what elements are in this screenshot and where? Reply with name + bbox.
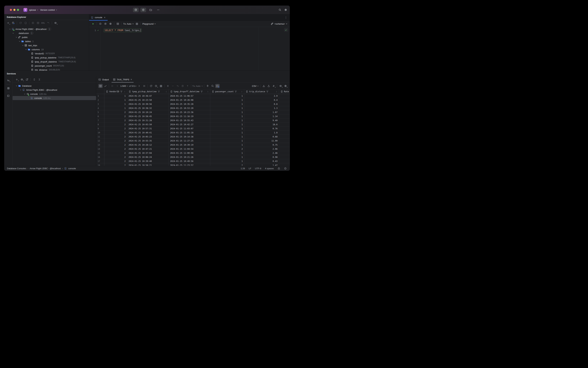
find-button[interactable] [210, 84, 215, 88]
grid-cell[interactable]: 1 [210, 114, 244, 118]
new-datasource-button[interactable] [6, 21, 10, 25]
grid-cell[interactable]: 0.8 [244, 102, 279, 106]
notifications-bell-icon[interactable] [284, 167, 287, 170]
grid-cell[interactable]: 9.49 [244, 119, 279, 122]
tx-tool-button[interactable]: Tx [6, 79, 10, 83]
grid-cell[interactable]: 1 [104, 131, 127, 135]
grid-row[interactable]: 922024-01-25 10:57:312024-01-25 11:03:07… [96, 127, 290, 131]
grid-cell[interactable]: 2024-01-25 10:05:23 [127, 135, 169, 139]
navigate-to-ddl-button[interactable] [46, 21, 50, 25]
refresh-button[interactable] [18, 21, 23, 25]
grid-cell[interactable] [279, 155, 290, 159]
editor-canvas[interactable]: 1 ✔ SELECT * FROM taxi_trips; ✔ [89, 27, 290, 71]
grid-row[interactable]: 1322024-01-25 10:28:122024-01-25 10:39:1… [96, 143, 290, 147]
run-profile-button[interactable] [140, 8, 146, 12]
stop-query-button[interactable] [159, 84, 163, 88]
close-tab-icon[interactable]: ✕ [130, 78, 132, 81]
project-menu[interactable]: spiceai [29, 9, 38, 11]
grid-cell[interactable]: 2 [104, 163, 127, 166]
tree-item-console[interactable]: console126 ms [13, 96, 96, 100]
compare-button[interactable] [271, 84, 276, 88]
grid-cell[interactable]: 2024-01-25 10:21:26 [169, 155, 210, 159]
grid-cell[interactable]: 2 [210, 163, 244, 166]
tree-item-datafusion[interactable]: datafusion1 [4, 31, 89, 35]
grid-cell[interactable]: 0.43 [244, 159, 279, 163]
tx-mode-select[interactable]: Tx: Auto [123, 23, 134, 25]
grid-view-options-button[interactable] [278, 84, 283, 88]
grid-cell[interactable]: 1 [210, 98, 244, 102]
grid-cell[interactable]: 2024-01-25 11:27:25 [169, 139, 210, 143]
grid-cell[interactable] [279, 135, 290, 139]
tree-item-tpep-pickup-datetime[interactable]: tpep_pickup_datetimeTIMESTAMP(26,6) [4, 55, 89, 60]
schema-select[interactable]: <schema> [271, 22, 287, 25]
grid-row[interactable]: 1422024-01-25 10:47:212024-01-25 11:04:5… [96, 147, 290, 151]
filter-funnel-icon[interactable] [266, 90, 269, 93]
zoom-window-button[interactable] [17, 9, 19, 11]
page-range-select[interactable]: 1-500 [120, 85, 128, 87]
grid-cell[interactable]: 2 [104, 122, 127, 126]
sort-icon[interactable] [207, 91, 209, 93]
import-button[interactable] [262, 84, 266, 88]
grid-cell[interactable]: 2 [104, 119, 127, 122]
grid-cell[interactable] [279, 131, 290, 135]
table-view-button[interactable] [98, 84, 103, 88]
grid-cell[interactable]: 2024-01-25 11:23:57 [169, 163, 210, 166]
grid-cell[interactable]: 2 [210, 147, 244, 151]
grid-cell[interactable]: 1 [104, 106, 127, 110]
grid-cell[interactable]: 1 [210, 102, 244, 106]
grid-cell[interactable] [279, 143, 290, 147]
grid-cell[interactable]: 2 [104, 155, 127, 159]
grid-cell[interactable]: 2024-01-25 10:39:40 [127, 159, 169, 163]
grid-cell[interactable] [279, 94, 290, 98]
grid-row[interactable]: 722024-01-25 10:31:282024-01-25 10:55:43… [96, 119, 290, 122]
inspections-ok-check-icon[interactable]: ✔ [284, 28, 288, 32]
grid-cell[interactable]: 2 [104, 139, 127, 143]
grid-cell[interactable]: 2024-01-25 10:58:21 [127, 163, 169, 166]
grid-cell[interactable]: 2024-01-25 10:42:27 [169, 122, 210, 126]
grid-cell[interactable] [279, 122, 290, 126]
tab-output[interactable]: Output [96, 76, 111, 83]
filter-row-button[interactable] [215, 84, 220, 88]
grid-cell[interactable]: 2024-01-25 10:53:20 [169, 106, 210, 110]
grid-cell[interactable]: 2024-01-25 10:58:45 [127, 114, 169, 118]
grid-cell[interactable]: 2.06 [244, 147, 279, 151]
grid-cell[interactable]: 2 [104, 135, 127, 139]
grid-cell[interactable] [279, 139, 290, 143]
tree-item-trip-distance[interactable]: trip_distanceDOUBLE(0) [4, 68, 89, 71]
tree-item-database[interactable]: Database [13, 84, 96, 88]
grid-settings-button[interactable] [283, 84, 288, 88]
grid-row[interactable]: 522024-01-25 10:10:242024-01-25 10:23:36… [96, 110, 290, 114]
grid-cell[interactable]: 2024-01-25 10:03:50 [127, 122, 169, 126]
grid-cell[interactable]: 1 [210, 159, 244, 163]
tree-item-arrow-flight-jdbc-localhost[interactable]: Arrow Flight JDBC - @localhost1 [4, 27, 89, 31]
grid-cell[interactable]: 2024-01-25 10:10:24 [127, 110, 169, 114]
grid-cell[interactable]: 18.6 [244, 122, 279, 126]
column-header-trip_distance[interactable]: trip_distance [244, 89, 279, 94]
grid-cell[interactable]: 0.76 [244, 127, 279, 130]
grid-cell[interactable]: 2 [104, 110, 127, 114]
execute-button[interactable] [91, 22, 95, 26]
view-options-button[interactable] [53, 21, 58, 25]
grid-cell[interactable] [279, 102, 290, 106]
grid-cell[interactable]: 0.98 [244, 155, 279, 159]
caret-position[interactable]: 1:26 [241, 167, 245, 170]
grid-row[interactable]: 622024-01-25 10:58:452024-01-25 11:16:19… [96, 114, 290, 119]
breadcrumb-item[interactable]: console [68, 167, 76, 170]
grid-cell[interactable]: 2024-01-25 10:40:41 [127, 131, 169, 135]
grid-cell[interactable]: 2024-01-25 11:16:19 [169, 114, 210, 118]
grid-cell[interactable]: 1.3 [244, 106, 279, 110]
last-page-button[interactable] [142, 84, 146, 88]
sort-icon[interactable] [165, 91, 167, 93]
grid-cell[interactable]: 1 [210, 127, 244, 130]
close-tab-icon[interactable]: ✕ [104, 16, 106, 19]
vcs-menu[interactable]: Version control [40, 9, 57, 11]
grid-cell[interactable]: 2.9 [244, 94, 279, 98]
database-tool-button[interactable] [133, 8, 139, 12]
grid-cell[interactable]: 2024-01-25 11:03:07 [169, 127, 210, 130]
grid-cell[interactable]: 1 [104, 94, 127, 98]
tree-item-arrow-flight-jdbc-localhost[interactable]: Arrow Flight JDBC - @localhost [13, 88, 96, 92]
previous-page-button[interactable] [115, 84, 119, 88]
column-header-tpep_pickup_datetime[interactable]: tpep_pickup_datetime [127, 89, 169, 94]
grid-cell[interactable] [279, 163, 290, 166]
grid-cell[interactable]: 2024-01-25 10:28:12 [127, 143, 169, 147]
